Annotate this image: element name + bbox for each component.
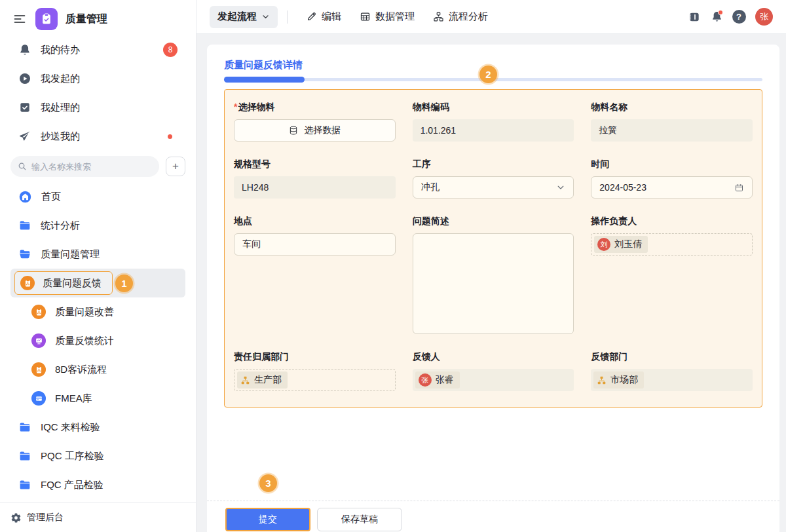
operator-picker[interactable]: 刘 刘玉倩 [591, 233, 753, 256]
sidebar-item-statistics[interactable]: 统计分析 [0, 211, 196, 240]
sidebar-item-label: 管理后台 [27, 512, 64, 523]
sidebar-item-iqc[interactable]: IQC 来料检验 [0, 413, 196, 442]
panel-toggle-button[interactable] [683, 6, 705, 28]
sidebar-item-quality-improve[interactable]: 质量问题改善 [0, 297, 196, 326]
table-icon [360, 11, 371, 22]
task-done-icon [18, 101, 31, 114]
sidebar-item-my-todo[interactable]: 我的待办 8 [0, 35, 196, 64]
field-label: 工序 [413, 157, 574, 170]
field-spec-model: 规格型号 LH248 [234, 157, 396, 199]
issue-desc-textarea[interactable] [413, 233, 574, 334]
sidebar-item-feedback-stats[interactable]: 质量反馈统计 [0, 326, 196, 355]
field-label: 操作负责人 [591, 214, 753, 227]
sidebar-item-quality-feedback[interactable]: 质量问题反馈 1 [10, 269, 185, 297]
user-avatar[interactable]: 张 [755, 8, 773, 26]
required-mark: * [234, 102, 237, 112]
clipboard-badge-icon [31, 362, 46, 377]
field-label: 地点 [234, 214, 396, 227]
initiate-flow-button[interactable]: 发起流程 [210, 6, 278, 28]
person-name: 张睿 [436, 374, 454, 386]
submit-button[interactable]: 提交 [225, 508, 310, 531]
sidebar-item-label: 抄送我的 [41, 130, 80, 143]
org-chart-icon [597, 375, 607, 385]
org-chart-icon [240, 375, 250, 385]
sidebar-item-label: 首页 [41, 191, 61, 203]
sidebar-item-home[interactable]: 首页 [0, 182, 196, 211]
top-toolbar: 发起流程 编辑 数据管理 流程分析 张 [196, 0, 786, 34]
sidebar-item-label: 我的待办 [41, 44, 80, 56]
person-name: 刘玉倩 [614, 238, 642, 250]
sidebar-item-pqc[interactable]: PQC 工序检验 [0, 442, 196, 470]
process-select[interactable]: 冲孔 [413, 176, 574, 199]
folder-open-icon [18, 248, 31, 261]
footer-buttons: 3 提交 保存草稿 [207, 501, 779, 531]
process-value: 冲孔 [421, 181, 440, 193]
sidebar-item-fqc[interactable]: FQC 产品检验 [0, 470, 196, 499]
collapse-menu-icon[interactable] [13, 12, 28, 26]
sidebar-item-my-handled[interactable]: 我处理的 [0, 93, 196, 122]
sidebar-item-label: 我发起的 [41, 73, 80, 85]
notifications-button[interactable] [705, 6, 728, 28]
sidebar-header: 质量管理 [0, 0, 196, 35]
flow-analysis-button[interactable]: 流程分析 [424, 6, 497, 28]
add-button[interactable] [166, 157, 185, 176]
edit-label: 编辑 [322, 10, 341, 23]
field-resp-dept: 责任归属部门 生产部 [234, 350, 396, 391]
app-logo-icon [35, 8, 58, 30]
search-box[interactable] [10, 156, 159, 177]
sidebar-item-label: FQC 产品检验 [41, 479, 103, 491]
help-button[interactable] [728, 6, 750, 28]
annotation-step-3: 3 [259, 474, 277, 492]
time-input[interactable]: 2024-05-23 [591, 176, 753, 199]
resp-dept-picker[interactable]: 生产部 [234, 369, 396, 391]
select-data-button[interactable]: 选择数据 [234, 119, 396, 142]
dept-chip: 市场部 [593, 371, 644, 389]
form-panel: *选择物料 选择数据 物料编码 1.01.261 物料名称 拉簧 [224, 89, 762, 408]
field-label: 物料名称 [591, 100, 753, 113]
card-badge-icon [31, 391, 46, 406]
sidebar-item-label: 统计分析 [41, 219, 80, 232]
play-circle-icon [18, 72, 31, 85]
chevron-down-icon [261, 12, 270, 21]
clipboard-badge-icon [20, 276, 35, 290]
sidebar-item-8d-complaint[interactable]: 8D客诉流程 [0, 355, 196, 384]
sidebar-item-quality-issue-mgmt[interactable]: 质量问题管理 [0, 240, 196, 269]
pencil-icon [306, 11, 317, 22]
folder-icon [18, 478, 31, 491]
person-chip: 刘 刘玉倩 [594, 236, 648, 253]
location-input[interactable] [234, 233, 396, 256]
field-process: 工序 冲孔 [413, 157, 574, 199]
annotation-step-1: 1 [115, 275, 133, 292]
sidebar-item-my-initiated[interactable]: 我发起的 [0, 64, 196, 93]
folder-icon [18, 219, 31, 232]
selected-item-box: 质量问题反馈 [14, 271, 113, 295]
data-manage-button[interactable]: 数据管理 [350, 6, 424, 28]
flow-analysis-label: 流程分析 [449, 10, 488, 23]
search-input[interactable] [31, 162, 153, 172]
person-avatar: 刘 [597, 238, 610, 251]
dept-name: 生产部 [254, 374, 282, 386]
field-feedback-person: 反馈人 张 张睿 [413, 350, 574, 391]
sidebar-item-cc-me[interactable]: 抄送我的 [0, 122, 196, 151]
search-icon [17, 161, 28, 172]
app-title: 质量管理 [66, 12, 107, 26]
chart-badge-icon [31, 333, 46, 348]
feedback-person-value: 张 张睿 [413, 369, 574, 391]
todo-count-badge: 8 [163, 43, 178, 57]
sidebar-item-label: 8D客诉流程 [55, 364, 107, 376]
field-select-material: *选择物料 选择数据 [234, 100, 396, 142]
unread-dot [168, 134, 172, 139]
side-panel-icon [688, 10, 701, 24]
spec-model-value: LH248 [234, 176, 396, 199]
sidebar-item-admin[interactable]: 管理后台 [0, 503, 196, 532]
sidebar-item-label: 我处理的 [41, 102, 80, 114]
folder-icon [18, 421, 31, 434]
database-icon [288, 125, 299, 136]
sidebar-item-label: 质量问题改善 [55, 306, 114, 318]
sidebar-item-fmea[interactable]: FMEA库 [0, 384, 196, 413]
edit-button[interactable]: 编辑 [297, 6, 350, 28]
person-chip: 张 张睿 [415, 371, 460, 389]
save-draft-button[interactable]: 保存草稿 [317, 508, 402, 531]
progress-fill [224, 77, 305, 83]
initiate-flow-label: 发起流程 [217, 10, 257, 23]
